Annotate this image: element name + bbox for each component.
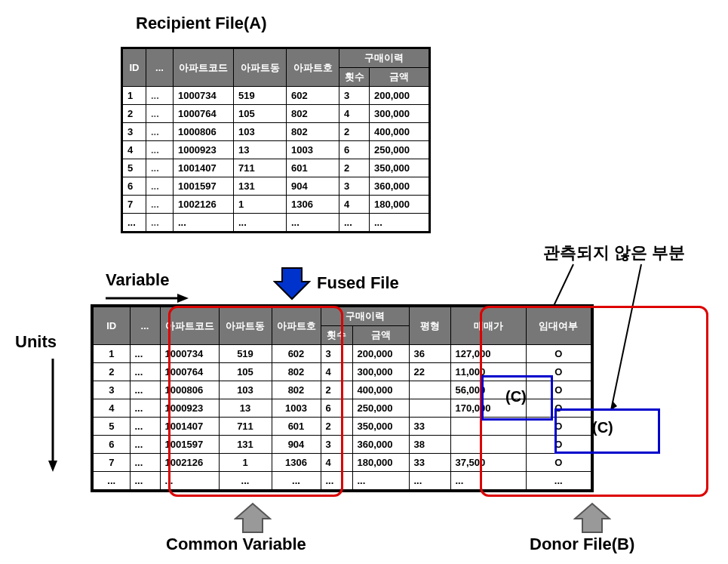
table-cell: 7 bbox=[122, 196, 146, 214]
table-cell: ... bbox=[370, 214, 430, 233]
table-cell: 250,000 bbox=[352, 399, 409, 418]
table-cell: ... bbox=[130, 454, 160, 472]
table-cell: 904 bbox=[287, 177, 339, 196]
table-cell: 5 bbox=[92, 418, 130, 436]
table-cell: 1003 bbox=[287, 141, 339, 159]
table-cell: 1306 bbox=[272, 454, 321, 472]
table-cell: ... bbox=[122, 214, 146, 233]
table-cell: 180,000 bbox=[370, 196, 430, 214]
table-cell: 400,000 bbox=[370, 123, 430, 141]
table-cell: ... bbox=[146, 214, 174, 233]
table-cell: ... bbox=[146, 141, 174, 159]
table-cell: 1001407 bbox=[160, 418, 219, 436]
table-cell: 13 bbox=[219, 399, 272, 418]
table-cell: 131 bbox=[219, 436, 272, 454]
table-cell: 5 bbox=[122, 159, 146, 177]
table-cell: 1000923 bbox=[174, 141, 234, 159]
fh-times: 횟수 bbox=[321, 326, 352, 345]
table-cell: O bbox=[526, 345, 592, 363]
svg-marker-1 bbox=[177, 294, 189, 303]
table-cell: 131 bbox=[234, 177, 287, 196]
table-cell: ... bbox=[234, 214, 287, 233]
table-cell: ... bbox=[130, 418, 160, 436]
table-cell: O bbox=[526, 363, 592, 381]
table-cell: ... bbox=[146, 196, 174, 214]
variable-label: Variable bbox=[106, 270, 169, 290]
table-cell: 904 bbox=[272, 436, 321, 454]
table-cell: 33 bbox=[409, 454, 450, 472]
hdr-apt-code: 아파트코드 bbox=[174, 48, 234, 87]
table-cell: 4 bbox=[339, 196, 370, 214]
svg-marker-3 bbox=[48, 461, 57, 472]
table-row: 1...10007345196023200,000 bbox=[122, 87, 430, 105]
table-cell: 3 bbox=[339, 87, 370, 105]
table-cell: 200,000 bbox=[370, 87, 430, 105]
table-cell: 1001407 bbox=[174, 159, 234, 177]
table-cell: 38 bbox=[409, 436, 450, 454]
table-cell: 3 bbox=[122, 123, 146, 141]
table-cell: 802 bbox=[287, 105, 339, 123]
fh-dong: 아파트동 bbox=[219, 306, 272, 345]
fh-purchase: 구매이력 bbox=[321, 306, 409, 326]
units-arrow-icon bbox=[45, 359, 60, 472]
table-cell: 36 bbox=[409, 345, 450, 363]
table-cell: ... bbox=[352, 472, 409, 492]
table-row: 2...10007641058024300,0002211,000O bbox=[92, 363, 592, 381]
table-cell: O bbox=[526, 436, 592, 454]
table-cell: ... bbox=[130, 363, 160, 381]
table-cell: 1 bbox=[92, 345, 130, 363]
table-cell: 2 bbox=[321, 381, 352, 399]
table-cell: 33 bbox=[409, 418, 450, 436]
c-label-1: (C) bbox=[505, 388, 527, 405]
table-cell: 6 bbox=[92, 436, 130, 454]
fused-file-label: Fused File bbox=[317, 273, 399, 293]
table-cell: 2 bbox=[122, 105, 146, 123]
table-row: .............................. bbox=[92, 472, 592, 492]
table-cell: 6 bbox=[122, 177, 146, 196]
fh-price: 매매가 bbox=[450, 306, 526, 345]
table-cell: O bbox=[526, 454, 592, 472]
table-cell: 4 bbox=[321, 363, 352, 381]
hdr-apt-dong: 아파트동 bbox=[234, 48, 287, 87]
table-row: 5...10014077116012350,00033O bbox=[92, 418, 592, 436]
grey-up-arrow-2-icon bbox=[573, 502, 611, 534]
table-cell: 4 bbox=[122, 141, 146, 159]
table-cell: O bbox=[526, 399, 592, 418]
common-variable-label: Common Variable bbox=[166, 535, 306, 554]
table-cell: 105 bbox=[219, 363, 272, 381]
table-cell: 22 bbox=[409, 363, 450, 381]
table-cell: ... bbox=[146, 105, 174, 123]
blue-down-arrow-icon bbox=[273, 267, 311, 300]
table-cell: 602 bbox=[272, 345, 321, 363]
table-cell: 1002126 bbox=[160, 454, 219, 472]
fh-pyung: 평형 bbox=[409, 306, 450, 345]
hdr-apt-ho: 아파트호 bbox=[287, 48, 339, 87]
unobserved-label: 관측되지 않은 부분 bbox=[543, 242, 685, 264]
table-cell: 6 bbox=[339, 141, 370, 159]
grey-up-arrow-1-icon bbox=[234, 502, 272, 534]
table-cell: ... bbox=[146, 177, 174, 196]
table-cell: 1001597 bbox=[160, 436, 219, 454]
table-cell: 711 bbox=[219, 418, 272, 436]
hdr-id: ID bbox=[122, 48, 146, 87]
recipient-table: ID ... 아파트코드 아파트동 아파트호 구매이력 횟수 금액 1...10… bbox=[121, 47, 431, 233]
variable-arrow-icon bbox=[106, 291, 189, 306]
table-cell: 360,000 bbox=[370, 177, 430, 196]
table-cell: ... bbox=[146, 159, 174, 177]
table-cell: 103 bbox=[219, 381, 272, 399]
table-cell: 250,000 bbox=[370, 141, 430, 159]
table-cell: ... bbox=[450, 472, 526, 492]
table-cell: 3 bbox=[92, 381, 130, 399]
fh-rent: 임대여부 bbox=[526, 306, 592, 345]
table-cell: 105 bbox=[234, 105, 287, 123]
table-cell: 13 bbox=[234, 141, 287, 159]
table-row: ..................... bbox=[122, 214, 430, 233]
c-label-2: (C) bbox=[592, 419, 613, 436]
table-cell: ... bbox=[219, 472, 272, 492]
table-row: 6...10015971319043360,000 bbox=[122, 177, 430, 196]
table-row: 7...1002126113064180,0003337,500O bbox=[92, 454, 592, 472]
table-cell: ... bbox=[130, 345, 160, 363]
table-cell: 1 bbox=[219, 454, 272, 472]
table-cell: ... bbox=[321, 472, 352, 492]
table-cell: 300,000 bbox=[352, 363, 409, 381]
